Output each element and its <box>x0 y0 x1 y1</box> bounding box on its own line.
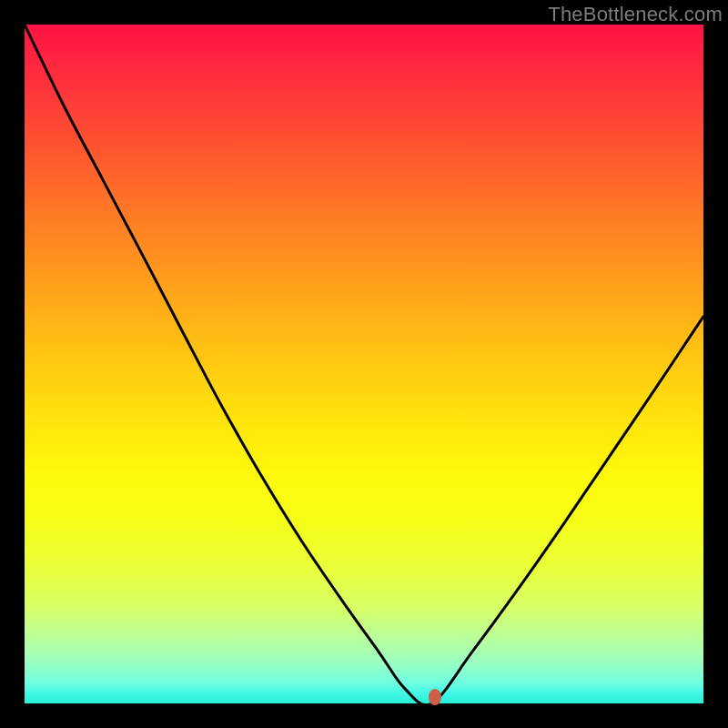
chart-stage: TheBottleneck.com <box>0 0 728 728</box>
minimum-marker <box>429 689 441 705</box>
bottleneck-curve <box>25 25 703 703</box>
watermark-text: TheBottleneck.com <box>548 3 723 26</box>
